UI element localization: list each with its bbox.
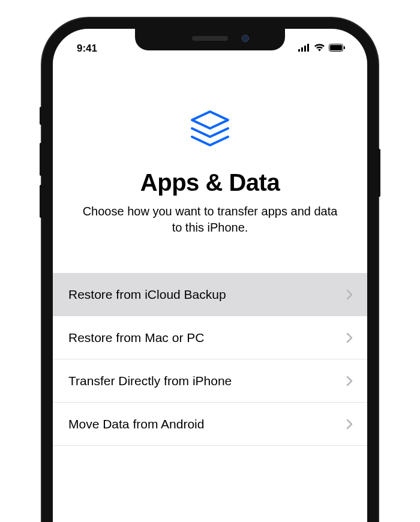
svg-rect-6	[344, 46, 345, 49]
setup-content: Apps & Data Choose how you want to trans…	[53, 59, 367, 446]
svg-rect-0	[298, 49, 300, 52]
page-title: Apps & Data	[53, 169, 367, 196]
power-button	[377, 149, 380, 197]
page-subtitle: Choose how you want to transfer apps and…	[53, 203, 367, 236]
chevron-right-icon	[346, 419, 353, 430]
svg-rect-2	[304, 46, 306, 52]
mute-switch	[40, 107, 43, 125]
option-label: Restore from iCloud Backup	[68, 287, 226, 302]
option-move-android[interactable]: Move Data from Android	[53, 403, 367, 446]
chevron-right-icon	[346, 289, 353, 300]
notch	[135, 26, 285, 50]
screen: 9:41 Apps & Data	[53, 29, 367, 522]
chevron-right-icon	[346, 376, 353, 386]
chevron-right-icon	[346, 332, 353, 343]
options-list: Restore from iCloud Backup Restore from …	[53, 273, 367, 446]
option-label: Move Data from Android	[68, 417, 204, 431]
apps-data-icon	[53, 106, 367, 154]
front-camera	[242, 35, 249, 42]
option-label: Transfer Directly from iPhone	[68, 374, 232, 388]
status-time: 9:41	[70, 43, 97, 55]
option-label: Restore from Mac or PC	[68, 331, 204, 345]
volume-up-button	[40, 143, 43, 176]
option-transfer-iphone[interactable]: Transfer Directly from iPhone	[53, 359, 367, 403]
cellular-icon	[298, 43, 310, 55]
phone-frame: 9:41 Apps & Data	[42, 18, 378, 522]
svg-rect-3	[307, 44, 309, 52]
svg-rect-5	[330, 45, 342, 50]
wifi-icon	[314, 43, 325, 55]
option-restore-icloud[interactable]: Restore from iCloud Backup	[53, 273, 367, 316]
battery-icon	[329, 43, 346, 55]
speaker-grille	[192, 36, 228, 41]
svg-rect-1	[301, 47, 303, 52]
status-indicators	[298, 43, 350, 55]
volume-down-button	[40, 185, 43, 218]
option-restore-mac-pc[interactable]: Restore from Mac or PC	[53, 316, 367, 359]
